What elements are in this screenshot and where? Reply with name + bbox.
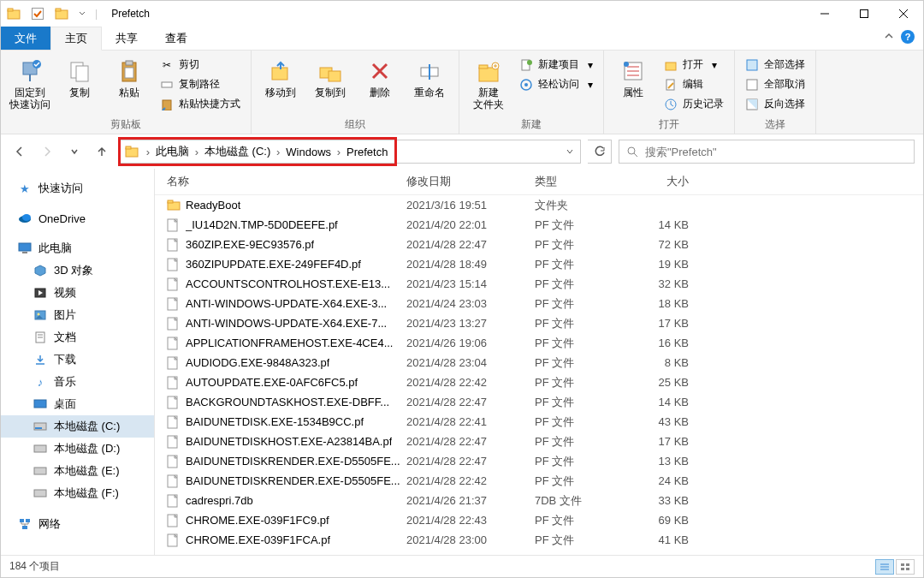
file-row[interactable]: BACKGROUNDTASKHOST.EXE-DBFF...2021/4/28 …: [155, 392, 923, 412]
ribbon-collapse-icon[interactable]: [884, 32, 894, 42]
maximize-button[interactable]: [844, 1, 884, 27]
chevron-right-icon[interactable]: ›: [144, 146, 152, 158]
file-row[interactable]: BAIDUNETDISK.EXE-1534B9CC.pf2021/4/28 22…: [155, 412, 923, 432]
file-row[interactable]: _IU14D2N.TMP-5D0DEEFE.pf2021/4/20 22:01P…: [155, 215, 923, 235]
file-row[interactable]: BAIDUNETDISKRENDER.EXE-D5505FE...2021/4/…: [155, 451, 923, 471]
nav-quick-access[interactable]: ★快速访问: [1, 177, 154, 200]
file-row[interactable]: 360ZIPUPDATE.EXE-249FEF4D.pf2021/4/28 18…: [155, 254, 923, 274]
refresh-button[interactable]: [588, 140, 612, 164]
file-row[interactable]: CHROME.EXE-039F1FC9.pf2021/4/28 22:43PF …: [155, 510, 923, 530]
move-to-button[interactable]: 移动到: [258, 54, 303, 98]
properties-button[interactable]: 属性: [611, 54, 655, 98]
invert-selection-button[interactable]: 反向选择: [742, 95, 808, 113]
minimize-button[interactable]: [805, 1, 844, 27]
rename-button[interactable]: 重命名: [407, 54, 452, 98]
file-row[interactable]: APPLICATIONFRAMEHOST.EXE-4CE4...2021/4/2…: [155, 333, 923, 353]
search-box[interactable]: [619, 140, 915, 164]
header-date[interactable]: 修改日期: [406, 174, 535, 189]
nav-downloads[interactable]: 下载: [1, 349, 154, 371]
paste-shortcut-button[interactable]: 粘贴快捷方式: [157, 95, 244, 113]
edit-button[interactable]: 编辑: [660, 75, 727, 93]
chevron-right-icon[interactable]: ›: [274, 146, 282, 158]
cut-button[interactable]: ✂剪切: [157, 56, 244, 74]
chevron-right-icon[interactable]: ›: [335, 146, 343, 158]
nav-network[interactable]: 网络: [1, 513, 154, 535]
svg-point-27: [527, 60, 532, 65]
qat-checkbox-icon[interactable]: [30, 6, 45, 21]
nav-drive-c[interactable]: 本地磁盘 (C:): [1, 415, 154, 438]
qat-dropdown-icon[interactable]: [78, 6, 86, 21]
help-button[interactable]: ?: [901, 30, 915, 44]
qat-folder-icon[interactable]: [54, 6, 69, 21]
nav-drive-f[interactable]: 本地磁盘 (F:): [1, 482, 154, 504]
nav-onedrive[interactable]: OneDrive: [1, 208, 154, 229]
nav-documents[interactable]: 文档: [1, 326, 154, 349]
history-button[interactable]: 历史记录: [660, 95, 727, 113]
tab-view[interactable]: 查看: [151, 27, 201, 50]
file-row[interactable]: 360ZIP.EXE-9EC93576.pf2021/4/28 22:47PF …: [155, 235, 923, 254]
file-row[interactable]: cadrespri.7db2021/4/26 21:377DB 文件33 KB: [155, 491, 923, 510]
header-size[interactable]: 大小: [637, 174, 706, 189]
select-none-button[interactable]: 全部取消: [742, 75, 808, 93]
icons-view-button[interactable]: [896, 559, 915, 575]
file-row[interactable]: AUTOUPDATE.EXE-0AFC6FC5.pf2021/4/28 22:4…: [155, 372, 923, 392]
close-button[interactable]: [884, 1, 923, 27]
crumb-drive-c[interactable]: 本地磁盘 (C:): [201, 144, 274, 159]
file-row[interactable]: AUDIODG.EXE-9848A323.pf2021/4/28 23:04PF…: [155, 353, 923, 372]
address-bar[interactable]: › 此电脑 › 本地磁盘 (C:) › Windows › Prefetch: [119, 140, 581, 164]
copy-to-button[interactable]: 复制到: [308, 54, 352, 98]
crumb-prefetch[interactable]: Prefetch: [343, 146, 391, 158]
nav-3d-objects[interactable]: 3D 对象: [1, 259, 154, 282]
pin-to-quick-access-button[interactable]: 固定到 快速访问: [8, 54, 52, 110]
tab-home[interactable]: 主页: [50, 27, 102, 51]
delete-button[interactable]: 删除: [358, 54, 402, 98]
file-row[interactable]: ACCOUNTSCONTROLHOST.EXE-E13...2021/4/23 …: [155, 274, 923, 294]
recent-locations-button[interactable]: [64, 141, 85, 162]
nav-music[interactable]: ♪音乐: [1, 371, 154, 393]
file-size: 33 KB: [637, 494, 706, 507]
file-type: PF 文件: [535, 336, 637, 351]
up-button[interactable]: [92, 141, 112, 162]
document-icon: [33, 331, 47, 344]
back-button[interactable]: [9, 141, 30, 162]
file-row[interactable]: ANTI-WINDOWS-UPDATE-X64.EXE-3...2021/4/2…: [155, 294, 923, 313]
header-type[interactable]: 类型: [535, 174, 637, 189]
open-button[interactable]: 打开▾: [660, 56, 727, 74]
nav-videos[interactable]: 视频: [1, 282, 154, 304]
file-row[interactable]: ReadyBoot2021/3/16 19:51文件夹: [155, 195, 923, 215]
file-row[interactable]: BAIDUNETDISKRENDER.EXE-D5505FE...2021/4/…: [155, 471, 923, 491]
forward-button[interactable]: [37, 141, 57, 162]
open-icon: [664, 58, 678, 72]
copy-button[interactable]: 复制: [57, 54, 102, 98]
select-all-button[interactable]: 全部选择: [742, 56, 808, 74]
file-date: 2021/4/24 23:03: [406, 297, 535, 310]
nav-this-pc[interactable]: 此电脑: [1, 237, 154, 259]
new-folder-button[interactable]: 新建 文件夹: [466, 54, 511, 110]
tab-share[interactable]: 共享: [102, 27, 151, 50]
tab-file[interactable]: 文件: [1, 27, 50, 50]
nav-desktop[interactable]: 桌面: [1, 393, 154, 415]
file-row[interactable]: ANTI-WINDOWS-UPDATE-X64.EXE-7...2021/4/2…: [155, 313, 923, 333]
easy-access-button[interactable]: 轻松访问▾: [516, 75, 596, 93]
header-name[interactable]: 名称: [167, 174, 406, 189]
file-type: PF 文件: [535, 257, 637, 272]
file-name: BAIDUNETDISK.EXE-1534B9CC.pf: [186, 415, 364, 428]
nav-pictures[interactable]: 图片: [1, 304, 154, 326]
chevron-right-icon[interactable]: ›: [192, 146, 201, 158]
nav-drive-d[interactable]: 本地磁盘 (D:): [1, 438, 154, 460]
star-icon: ★: [18, 182, 32, 195]
crumb-this-pc[interactable]: 此电脑: [152, 144, 192, 159]
details-view-button[interactable]: [875, 559, 894, 575]
paste-button[interactable]: 粘贴: [107, 54, 151, 98]
svg-rect-55: [35, 427, 42, 429]
search-input[interactable]: [645, 146, 907, 158]
crumb-windows[interactable]: Windows: [282, 146, 335, 158]
copy-path-button[interactable]: 复制路径: [157, 75, 244, 93]
address-dropdown-icon[interactable]: [560, 147, 580, 156]
nav-drive-e[interactable]: 本地磁盘 (E:): [1, 460, 154, 482]
file-row[interactable]: BAIDUNETDISKHOST.EXE-A23814BA.pf2021/4/2…: [155, 432, 923, 451]
select-group-label: 选择: [742, 116, 808, 132]
new-item-button[interactable]: 新建项目▾: [516, 56, 596, 74]
drive-icon: [33, 442, 47, 456]
file-row[interactable]: CHROME.EXE-039F1FCA.pf2021/4/28 23:00PF …: [155, 530, 923, 550]
